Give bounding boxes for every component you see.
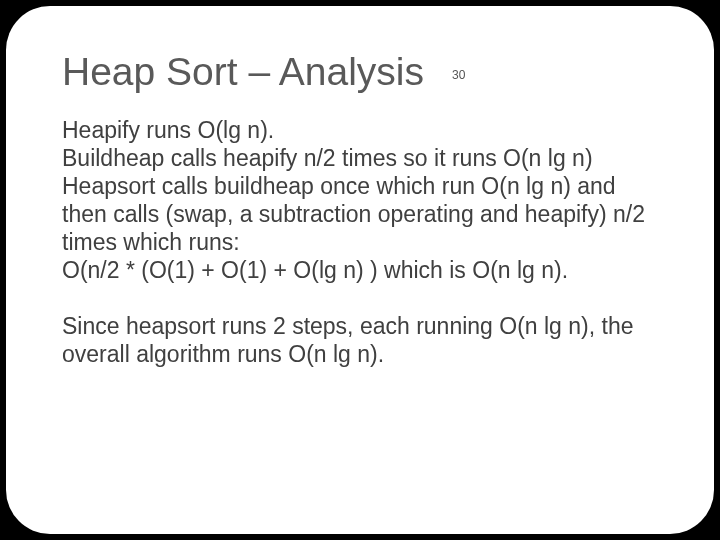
body-line: Heapsort calls buildheap once which run … — [62, 172, 658, 256]
body-line: O(n/2 * (O(1) + O(1) + O(lg n) ) which i… — [62, 256, 658, 284]
body-conclusion: Since heapsort runs 2 steps, each runnin… — [62, 312, 658, 368]
body-line: Buildheap calls heapify n/2 times so it … — [62, 144, 658, 172]
body-line: Heapify runs O(lg n). — [62, 116, 658, 144]
page-number: 30 — [452, 68, 465, 82]
slide: Heap Sort – Analysis 30 Heapify runs O(l… — [6, 6, 714, 534]
slide-body: Heapify runs O(lg n). Buildheap calls he… — [62, 116, 658, 368]
title-row: Heap Sort – Analysis 30 — [62, 50, 658, 94]
slide-title: Heap Sort – Analysis — [62, 50, 424, 94]
